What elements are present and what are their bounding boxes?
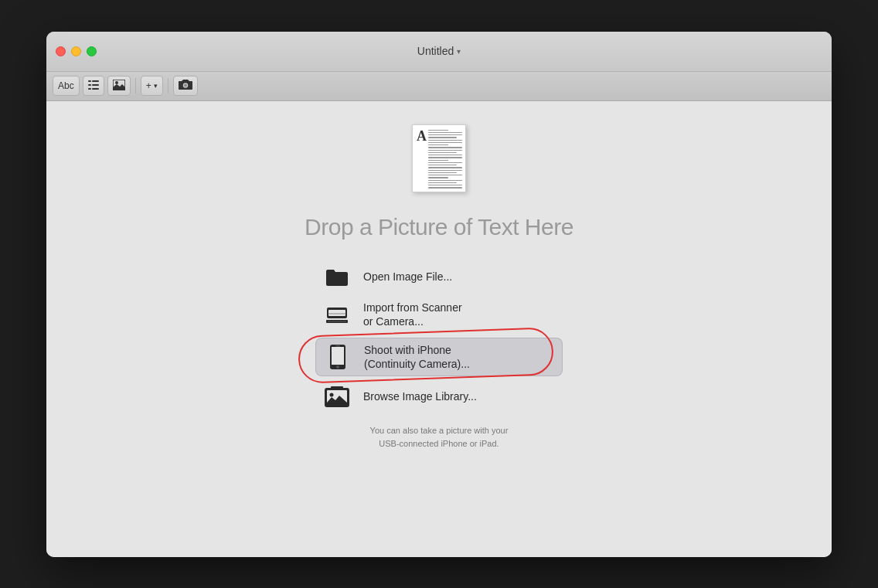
window-title-area[interactable]: Untitled ▾ — [417, 45, 461, 57]
browse-library-item[interactable]: Browse Image Library... — [315, 381, 563, 412]
maximize-button[interactable] — [87, 46, 97, 56]
doc-line — [428, 155, 462, 155]
title-chevron-icon: ▾ — [457, 47, 461, 56]
doc-line — [428, 185, 462, 185]
svg-rect-16 — [332, 347, 344, 365]
image-icon — [113, 80, 125, 93]
iphone-icon — [324, 344, 352, 370]
actions-list: Open Image File... Import from Scanner o… — [315, 263, 563, 413]
image-tool-button[interactable] — [107, 76, 131, 96]
doc-line — [428, 147, 462, 148]
doc-thumb-lines — [428, 130, 462, 189]
svg-point-17 — [336, 365, 339, 369]
doc-line — [428, 142, 462, 143]
traffic-lights — [56, 46, 97, 56]
scanner-icon — [323, 304, 351, 325]
doc-line — [428, 187, 462, 188]
footer-line2: USB-connected iPhone or iPad. — [379, 439, 499, 448]
doc-line — [428, 157, 462, 158]
document-thumbnail: A — [412, 124, 466, 192]
doc-line — [428, 132, 462, 133]
doc-line — [428, 150, 462, 151]
text-tool-label: Abc — [58, 80, 74, 91]
doc-line — [428, 144, 448, 145]
svg-rect-1 — [92, 80, 99, 82]
shoot-iphone-label: Shoot with iPhone (Continuity Camera)... — [364, 343, 470, 371]
folder-icon — [323, 268, 351, 287]
doc-line — [428, 140, 462, 141]
svg-point-22 — [330, 393, 334, 397]
text-tool-button[interactable]: Abc — [53, 76, 80, 96]
svg-rect-4 — [88, 88, 91, 90]
svg-rect-14 — [328, 321, 346, 321]
window-title: Untitled — [417, 45, 454, 57]
toolbar-divider — [135, 78, 136, 93]
doc-line — [428, 137, 457, 138]
doc-line — [428, 165, 457, 165]
svg-point-7 — [115, 81, 118, 84]
add-chevron-icon: ▾ — [154, 82, 158, 90]
titlebar: Untitled ▾ — [46, 32, 832, 72]
shoot-iphone-wrapper: Shoot with iPhone (Continuity Camera)... — [315, 338, 563, 376]
browse-library-label: Browse Image Library... — [363, 389, 477, 403]
main-content: A — [46, 101, 832, 557]
svg-rect-3 — [92, 84, 99, 86]
svg-rect-0 — [88, 80, 91, 82]
minimize-button[interactable] — [71, 46, 81, 56]
toolbar: Abc — [46, 72, 832, 101]
main-window: Untitled ▾ Abc — [46, 32, 832, 557]
footer-note: You can also take a picture with your US… — [370, 424, 509, 450]
close-button[interactable] — [56, 46, 66, 56]
list-icon — [88, 80, 99, 92]
doc-line — [428, 170, 462, 171]
doc-line — [428, 177, 448, 178]
doc-line — [428, 172, 457, 173]
svg-rect-5 — [92, 88, 99, 90]
svg-rect-2 — [88, 84, 91, 86]
shoot-iphone-item[interactable]: Shoot with iPhone (Continuity Camera)... — [315, 338, 563, 376]
doc-line — [428, 175, 462, 175]
add-button[interactable]: + ▾ — [141, 76, 163, 96]
open-image-file-item[interactable]: Open Image File... — [315, 263, 563, 291]
toolbar-divider-2 — [168, 78, 168, 93]
doc-line — [428, 167, 462, 168]
svg-point-9 — [184, 83, 187, 87]
svg-rect-18 — [335, 345, 340, 347]
camera-icon — [179, 80, 192, 93]
doc-line — [428, 152, 457, 153]
list-tool-button[interactable] — [83, 76, 104, 96]
svg-rect-12 — [328, 313, 345, 314]
svg-rect-23 — [331, 386, 343, 389]
open-image-file-label: Open Image File... — [363, 270, 452, 284]
import-scanner-label: Import from Scanner or Camera... — [363, 301, 462, 328]
doc-line — [428, 182, 457, 183]
footer-line1: You can also take a picture with your — [370, 426, 509, 435]
add-label: + — [146, 80, 151, 91]
import-scanner-item[interactable]: Import from Scanner or Camera... — [315, 296, 563, 333]
drop-zone-text: Drop a Picture of Text Here — [305, 214, 573, 240]
doc-line — [428, 130, 448, 131]
doc-line — [428, 134, 462, 135]
doc-line — [428, 160, 448, 161]
camera-button[interactable] — [173, 76, 198, 96]
doc-thumb-letter: A — [417, 128, 427, 144]
photos-icon — [323, 386, 351, 407]
doc-line — [428, 180, 462, 181]
doc-line — [428, 162, 462, 163]
